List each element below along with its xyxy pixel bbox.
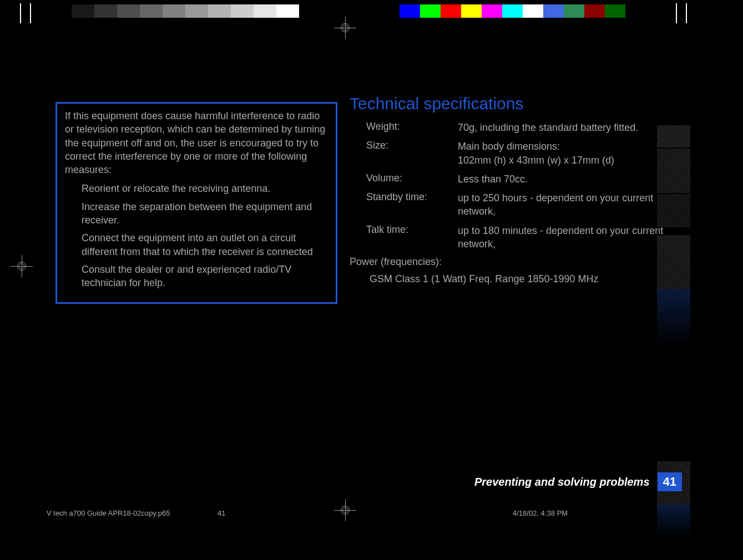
spec-label: Standby time: [366,191,458,218]
print-artifact [657,505,690,537]
spec-row: Talk time:up to 180 minutes - dependent … [366,224,683,251]
page-footer: Preventing and solving problems 41 [474,472,682,491]
spec-value: Main body dimensions:102mm (h) x 43mm (w… [458,140,614,167]
section-title: Preventing and solving problems [474,476,650,488]
technical-specifications: Technical specifications Weight:70g, inc… [350,94,683,285]
spec-row: Weight:70g, including the standard batte… [366,121,683,134]
registration-mark-icon [334,17,356,39]
print-page: 41 [218,509,225,517]
power-frequencies-value: GSM Class 1 (1 Watt) Freq. Range 1850-19… [350,273,683,285]
spec-label: Weight: [366,121,458,134]
spec-label: Size: [366,140,458,167]
spec-value: Less than 70cc. [458,172,528,186]
spec-row: Size:Main body dimensions:102mm (h) x 43… [366,140,683,167]
interference-measure-item: Consult the dealer or and experienced ra… [82,263,328,290]
print-filename: V tech a700 Guide APR18-02copy.p65 [47,509,170,517]
crop-mark [676,3,677,23]
specs-heading: Technical specifications [350,94,683,113]
spec-label: Talk time: [366,224,458,251]
crop-mark [30,3,31,23]
spec-value: 70g, including the standard battery fitt… [458,121,638,134]
spec-value: up to 180 minutes - dependent on your cu… [458,224,683,251]
interference-intro: If this equipment does cause harmful int… [65,109,328,176]
spec-label: Volume: [366,172,458,186]
interference-measure-item: Reorient or relocate the receiving anten… [82,182,328,195]
spec-value: up to 250 hours - dependent on your curr… [458,191,683,218]
interference-measures-list: Reorient or relocate the receiving anten… [65,182,328,289]
page-number-badge: 41 [658,472,682,491]
spec-row: Volume:Less than 70cc. [366,172,683,186]
interference-measure-item: Connect the equipment into an outlet on … [82,231,328,258]
print-datetime: 4/18/02, 4:38 PM [513,509,568,517]
registration-mark-icon [11,255,33,277]
crop-mark [686,3,687,23]
color-calibration-bar [400,4,625,18]
interference-info-box: If this equipment does cause harmful int… [55,102,337,304]
print-artifact [657,289,690,345]
registration-mark-icon [334,499,356,521]
power-frequencies-label: Power (frequencies): [350,256,683,268]
grayscale-calibration-bar [49,4,299,18]
spec-row: Standby time:up to 250 hours - dependent… [366,191,683,218]
interference-measure-item: Increase the separation between the equi… [82,200,328,227]
crop-mark [20,3,21,23]
